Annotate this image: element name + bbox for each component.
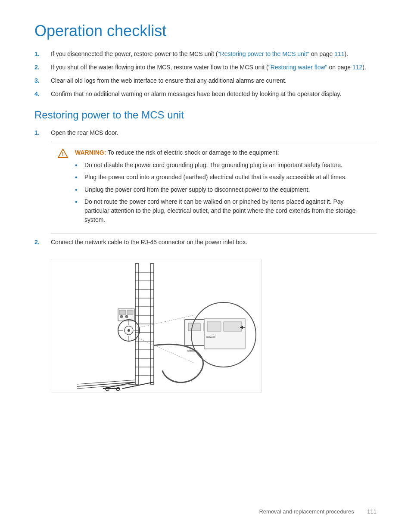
warning-box: ! WARNING: To reduce the risk of electri… bbox=[51, 142, 377, 233]
footer-separator bbox=[358, 508, 364, 515]
svg-rect-39 bbox=[188, 323, 200, 331]
section-steps-list: Open the rear MCS door. bbox=[34, 128, 377, 137]
svg-rect-47 bbox=[224, 322, 242, 331]
svg-text:!: ! bbox=[62, 151, 64, 157]
section-title: Restoring power to the MCS unit bbox=[34, 109, 377, 121]
section-step-2-text: Connect the network cable to the RJ-45 c… bbox=[51, 238, 377, 247]
warning-bullet-2: Plug the power cord into a grounded (ear… bbox=[75, 173, 370, 182]
footer-text: Removal and replacement procedures bbox=[259, 508, 354, 515]
svg-rect-46 bbox=[207, 322, 221, 331]
checklist-item-2-text-before: If you shut off the water flowing into t… bbox=[51, 64, 268, 71]
checklist-item-1: If you disconnected the power, restore p… bbox=[34, 50, 377, 59]
checklist-list: If you disconnected the power, restore p… bbox=[34, 50, 377, 99]
warning-bullet-list: Do not disable the power cord grounding … bbox=[75, 161, 370, 224]
checklist-item-2-end: ). bbox=[362, 64, 366, 71]
checklist-item-1-end: ). bbox=[345, 50, 349, 57]
svg-point-22 bbox=[125, 315, 128, 318]
network-cable-diagram: network network bbox=[51, 259, 262, 392]
warning-text: To reduce the risk of electric shock or … bbox=[106, 149, 279, 156]
restoring-water-flow-link[interactable]: "Restoring water flow" bbox=[268, 64, 327, 71]
svg-rect-20 bbox=[127, 310, 133, 314]
warning-content: WARNING: To reduce the risk of electric … bbox=[75, 148, 370, 227]
svg-point-21 bbox=[120, 315, 123, 318]
footer: Removal and replacement procedures 111 bbox=[259, 508, 377, 515]
page-111-link-1[interactable]: 111 bbox=[334, 50, 344, 57]
checklist-item-1-text-before: If you disconnected the power, restore p… bbox=[51, 50, 218, 57]
checklist-item-3-text: Clear all old logs from the web interfac… bbox=[51, 76, 377, 85]
checklist-item-2-text-after: on page bbox=[327, 64, 352, 71]
page-112-link[interactable]: 112 bbox=[352, 64, 362, 71]
checklist-item-3: Clear all old logs from the web interfac… bbox=[34, 76, 377, 85]
checklist-item-1-text-after: on page bbox=[309, 50, 334, 57]
warning-icon: ! bbox=[58, 149, 70, 159]
section-step-2: Connect the network cable to the RJ-45 c… bbox=[34, 238, 377, 247]
warning-bullet-3: Unplug the power cord from the power sup… bbox=[75, 185, 370, 195]
diagram-svg: network network bbox=[51, 259, 262, 392]
checklist-item-4: Confirm that no additional warning or al… bbox=[34, 90, 377, 99]
warning-bullet-1: Do not disable the power cord grounding … bbox=[75, 161, 370, 170]
warning-bullet-4: Do not route the power cord where it can… bbox=[75, 197, 370, 224]
svg-point-25 bbox=[128, 329, 130, 332]
warning-label: WARNING: bbox=[75, 149, 106, 156]
footer-page-number: 111 bbox=[367, 508, 377, 515]
checklist-item-2: If you shut off the water flowing into t… bbox=[34, 63, 377, 72]
section-step-1-text: Open the rear MCS door. bbox=[51, 128, 377, 137]
checklist-item-4-text: Confirm that no additional warning or al… bbox=[51, 90, 377, 99]
svg-text:network: network bbox=[206, 336, 216, 338]
section-step-1: Open the rear MCS door. bbox=[34, 128, 377, 137]
page-title: Operation checklist bbox=[34, 22, 377, 40]
restoring-power-link-1[interactable]: "Restoring power to the MCS unit" bbox=[218, 50, 309, 57]
svg-rect-19 bbox=[119, 310, 126, 314]
section-steps-list-2: Connect the network cable to the RJ-45 c… bbox=[34, 238, 377, 247]
